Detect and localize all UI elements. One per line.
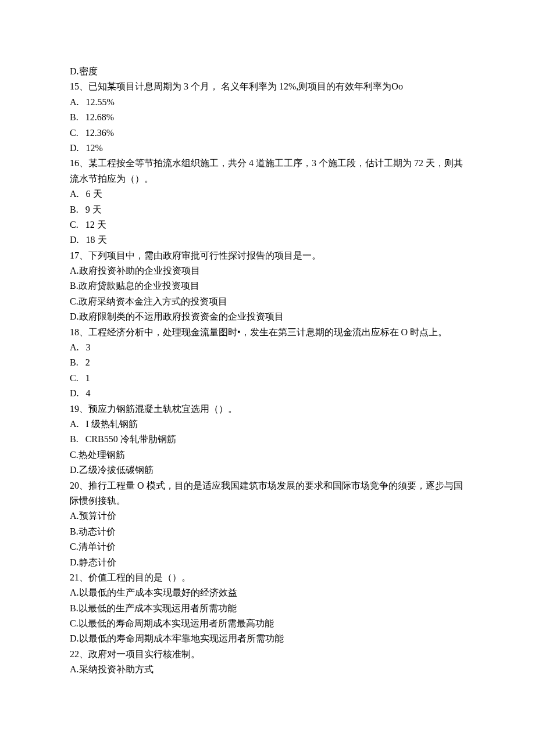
text-line: D.静态计价 xyxy=(70,555,465,570)
text-line: A.以最低的生产成本实现最好的经济效益 xyxy=(70,585,465,600)
text-line: 18、工程经济分析中，处理现金流量图时•，发生在第三计息期的现金流出应标在 O … xyxy=(70,325,465,340)
text-line: C.清单计价 xyxy=(70,539,465,554)
text-line: B. 2 xyxy=(70,355,465,370)
text-line: C.以最低的寿命周期成本实现运用者所需最高功能 xyxy=(70,616,465,631)
text-line: 15、已知某项目计息周期为 3 个月， 名义年利率为 12%,则项目的有效年利率… xyxy=(70,79,465,94)
text-line: A.采纳投资补助方式 xyxy=(70,662,465,677)
text-line: A. 12.55% xyxy=(70,95,465,110)
text-line: D.乙级冷拔低碳钢筋 xyxy=(70,463,465,478)
text-line: 16、某工程按全等节拍流水组织施工，共分 4 道施工工序，3 个施工段，估计工期… xyxy=(70,156,465,187)
text-line: D.密度 xyxy=(70,64,465,79)
text-line: C. 12 天 xyxy=(70,217,465,232)
text-line: B. CRB550 冷轧带肋钢筋 xyxy=(70,432,465,447)
text-line: B.政府贷款贴息的企业投资项目 xyxy=(70,278,465,293)
text-line: C. 12.36% xyxy=(70,126,465,141)
document-page: D.密度 15、已知某项目计息周期为 3 个月， 名义年利率为 12%,则项目的… xyxy=(0,0,535,756)
text-line: 22、政府对一项目实行核准制。 xyxy=(70,647,465,662)
text-line: B. 12.68% xyxy=(70,110,465,125)
text-line: C.热处理钢筋 xyxy=(70,447,465,463)
text-line: B.动态计价 xyxy=(70,524,465,539)
text-line: D. 18 天 xyxy=(70,232,465,248)
text-line: B. 9 天 xyxy=(70,202,465,217)
text-line: D.以最低的寿命周期成本牢靠地实现运用者所需功能 xyxy=(70,631,465,646)
text-line: 20、推行工程量 O 模式，目的是适应我国建筑市场发展的要求和国际市场竞争的须要… xyxy=(70,478,465,509)
text-line: D.政府限制类的不运用政府投资资金的企业投资项目 xyxy=(70,309,465,324)
text-line: A.政府投资补助的企业投资项目 xyxy=(70,263,465,278)
text-line: B.以最低的生产成本实现运用者所需功能 xyxy=(70,601,465,616)
text-line: 17、下列项目中，需由政府审批可行性探讨报告的项目是一。 xyxy=(70,248,465,263)
text-line: C. 1 xyxy=(70,371,465,386)
text-line: D. 12% xyxy=(70,141,465,156)
text-line: 21、价值工程的目的是（）。 xyxy=(70,570,465,585)
text-line: 19、预应力钢筋混凝土轨枕宜选用（）。 xyxy=(70,402,465,417)
text-line: D. 4 xyxy=(70,386,465,401)
text-line: C.政府采纳资本金注入方式的投资项目 xyxy=(70,294,465,309)
text-line: A. 3 xyxy=(70,340,465,355)
text-line: A.预算计价 xyxy=(70,508,465,524)
text-line: A. I 级热轧钢筋 xyxy=(70,417,465,432)
text-line: A. 6 天 xyxy=(70,187,465,202)
